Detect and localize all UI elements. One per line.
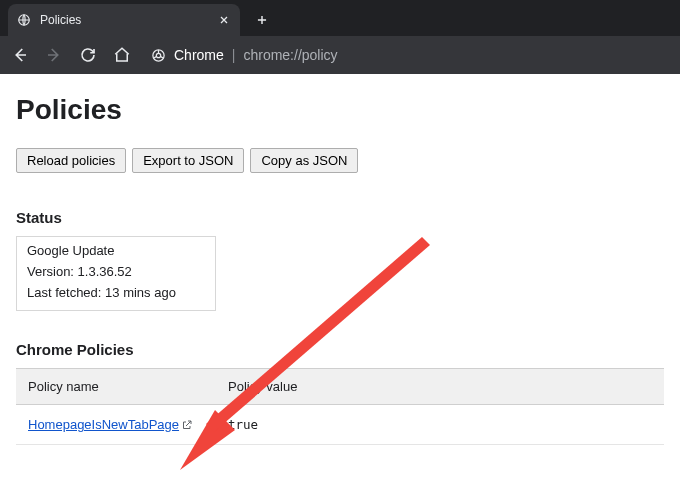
globe-icon bbox=[16, 12, 32, 28]
home-button[interactable] bbox=[110, 43, 134, 67]
close-icon[interactable] bbox=[216, 12, 232, 28]
policy-value-cell: true bbox=[216, 405, 664, 445]
status-card-title: Google Update bbox=[27, 243, 205, 258]
page-content: Policies Reload policies Export to JSON … bbox=[0, 74, 680, 500]
reload-button[interactable] bbox=[76, 43, 100, 67]
policies-heading: Chrome Policies bbox=[16, 341, 664, 358]
status-version-value: 1.3.36.52 bbox=[78, 264, 132, 279]
copy-json-button[interactable]: Copy as JSON bbox=[250, 148, 358, 173]
status-last-fetched-row: Last fetched: 13 mins ago bbox=[27, 285, 205, 300]
export-json-button[interactable]: Export to JSON bbox=[132, 148, 244, 173]
external-link-icon bbox=[181, 419, 193, 431]
status-last-fetched-label: Last fetched: bbox=[27, 285, 101, 300]
address-separator: | bbox=[232, 47, 236, 63]
policy-name-text: HomepageIsNewTabPage bbox=[28, 417, 179, 432]
browser-toolbar: Chrome | chrome://policy bbox=[0, 36, 680, 74]
col-policy-value: Policy value bbox=[216, 369, 664, 405]
address-url: chrome://policy bbox=[243, 47, 337, 63]
status-version-label: Version: bbox=[27, 264, 74, 279]
action-button-row: Reload policies Export to JSON Copy as J… bbox=[16, 148, 664, 173]
svg-point-2 bbox=[156, 53, 160, 57]
back-button[interactable] bbox=[8, 43, 32, 67]
policy-name-cell: HomepageIsNewTabPage bbox=[16, 405, 216, 445]
table-header-row: Policy name Policy value bbox=[16, 369, 664, 405]
policy-value-text: true bbox=[228, 417, 258, 432]
tab-strip: Policies bbox=[0, 0, 680, 36]
address-bar[interactable]: Chrome | chrome://policy bbox=[150, 47, 338, 63]
forward-button[interactable] bbox=[42, 43, 66, 67]
table-row: HomepageIsNewTabPage true bbox=[16, 405, 664, 445]
page-title: Policies bbox=[16, 94, 664, 126]
browser-tab[interactable]: Policies bbox=[8, 4, 240, 36]
address-origin: Chrome bbox=[174, 47, 224, 63]
policies-table: Policy name Policy value HomepageIsNewTa… bbox=[16, 368, 664, 445]
chrome-icon bbox=[150, 47, 166, 63]
status-heading: Status bbox=[16, 209, 664, 226]
status-card: Google Update Version: 1.3.36.52 Last fe… bbox=[16, 236, 216, 311]
reload-policies-button[interactable]: Reload policies bbox=[16, 148, 126, 173]
status-last-fetched-value: 13 mins ago bbox=[105, 285, 176, 300]
new-tab-button[interactable] bbox=[248, 6, 276, 34]
status-version-row: Version: 1.3.36.52 bbox=[27, 264, 205, 279]
policy-name-link[interactable]: HomepageIsNewTabPage bbox=[28, 417, 193, 432]
col-policy-name: Policy name bbox=[16, 369, 216, 405]
tab-title: Policies bbox=[40, 13, 208, 27]
